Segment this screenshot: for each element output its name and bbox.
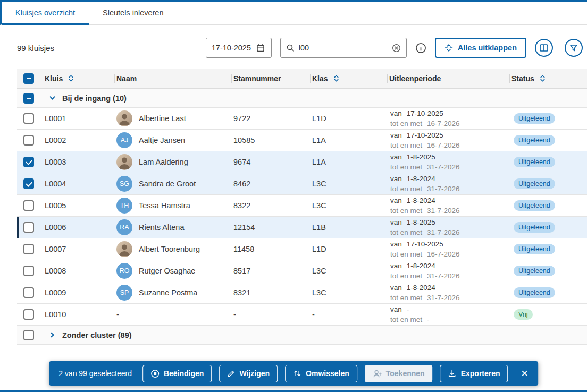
table-row[interactable]: L0008RORutger Osaghae8517L3Cvan1-8-2024t… <box>17 260 587 282</box>
exporteren-button[interactable]: Exporteren <box>440 365 508 382</box>
naam-text: - <box>116 310 119 319</box>
row-checkbox[interactable] <box>23 200 34 211</box>
toekennen-button[interactable]: Toekennen <box>365 365 433 382</box>
sort-icon[interactable] <box>333 74 339 82</box>
table-row[interactable]: L0006RARients Altena12154L1Bvan1-8-2025t… <box>17 217 587 238</box>
period-tot-value: 31-7-2026 <box>427 228 460 236</box>
cell-naam: Lam Aaldering <box>114 154 231 170</box>
group-row-bij-de-ingang-10-[interactable]: Bij de ingang (10) <box>17 89 587 108</box>
period-tot-label: tot en met <box>390 185 422 193</box>
header-cell-klas[interactable]: Klas <box>310 69 387 88</box>
lockers-table: Kluis Naam Stamnummer Klas Uitleenperiod… <box>17 69 587 345</box>
info-icon[interactable] <box>415 42 426 54</box>
naam-text: Sandra de Groot <box>139 180 196 188</box>
calendar-icon[interactable] <box>256 44 265 52</box>
table-row[interactable]: L0001Albertine Last9722L1Dvan17-10-2025t… <box>17 108 587 130</box>
table-row[interactable]: L0007Albert Toorenburg11458L1Dvan17-10-2… <box>17 238 587 260</box>
wijzigen-button[interactable]: Wijzigen <box>219 365 278 382</box>
header-label: Uitleenperiode <box>389 74 441 83</box>
cell-stamnummer: 8322 <box>231 201 310 210</box>
cell-kluis: L0009 <box>43 288 114 297</box>
sort-icon[interactable] <box>540 74 546 82</box>
period-van-value: 1-8-2024 <box>407 262 435 270</box>
header-cell-kluis[interactable]: Kluis <box>43 69 114 88</box>
header-cell-naam[interactable]: Naam <box>114 69 231 88</box>
search-field[interactable] <box>299 44 392 52</box>
button-label: Exporteren <box>461 369 500 378</box>
period-tot-label: tot en met <box>390 207 422 215</box>
period-van-label: van <box>390 240 402 248</box>
sort-icon[interactable] <box>68 74 74 82</box>
group-checkbox[interactable] <box>23 330 34 340</box>
cell-checkbox <box>17 200 43 211</box>
row-checkbox[interactable] <box>23 266 34 276</box>
button-label: Wijzigen <box>239 369 270 378</box>
period-tot-label: tot en met <box>390 141 422 149</box>
period-tot-value: 31-7-2026 <box>427 163 460 171</box>
naam-text: Rutger Osaghae <box>139 267 195 275</box>
group-row-zonder-cluster-89-[interactable]: Zonder cluster (89) <box>17 326 587 345</box>
table-row[interactable]: L0009SPSuzanne Postma8321L3Cvan1-8-2024t… <box>17 282 587 304</box>
search-input[interactable] <box>280 38 407 58</box>
header-cell-status[interactable]: Status <box>509 69 587 88</box>
download-icon <box>448 369 457 378</box>
row-checkbox[interactable] <box>23 309 34 320</box>
date-field[interactable] <box>212 44 256 52</box>
period-tot-value: 31-7-2026 <box>427 185 460 193</box>
table-row[interactable]: L0005THTessa Hamstra8322L3Cvan1-8-2024to… <box>17 195 587 217</box>
group-checkbox[interactable] <box>23 93 34 104</box>
expand-all-button[interactable]: Alles uitklappen <box>435 38 526 58</box>
cell-naam: THTessa Hamstra <box>114 198 231 214</box>
row-checkbox[interactable] <box>23 135 34 146</box>
clear-circle-icon[interactable] <box>392 44 401 53</box>
filter-button[interactable] <box>565 39 583 57</box>
app: { "colors": { "primary": "#0b64a8", "sel… <box>0 0 587 392</box>
row-checkbox[interactable] <box>23 287 34 298</box>
row-checkbox[interactable] <box>23 113 34 124</box>
row-checkbox[interactable] <box>23 222 34 233</box>
naam-text: Albertine Last <box>139 114 186 123</box>
row-checkbox[interactable] <box>23 157 34 167</box>
cell-kluis: L0001 <box>43 114 114 123</box>
period-van-value: 1-8-2024 <box>407 175 435 183</box>
header-label: Status <box>511 74 534 83</box>
period-tot-value: - <box>427 316 430 323</box>
chevron-right-icon[interactable] <box>49 331 56 338</box>
period-tot-label: tot en met <box>390 163 422 171</box>
select-all-checkbox[interactable] <box>23 73 34 84</box>
period-van-value: 1-8-2025 <box>407 218 435 226</box>
close-icon[interactable]: ✕ <box>521 369 529 378</box>
cell-naam: SPSuzanne Postma <box>114 285 231 301</box>
columns-button[interactable] <box>535 39 553 57</box>
cell-checkbox <box>17 157 43 167</box>
period-van-value: 1-8-2025 <box>407 153 435 161</box>
beeindigen-button[interactable]: Beëindigen <box>142 365 212 382</box>
naam-text: Suzanne Postma <box>139 288 197 297</box>
cell-klas: L3C <box>310 267 387 275</box>
cell-uitleenperiode: van1-8-2024tot en met31-7-2026 <box>387 195 509 216</box>
period-van-value: 17-10-2025 <box>407 240 443 248</box>
date-input[interactable] <box>206 38 272 58</box>
table-row[interactable]: L0004SGSandra de Groot8462L3Cvan1-8-2024… <box>17 173 587 195</box>
table-row[interactable]: L0003Lam Aaldering9674L1Avan1-8-2025tot … <box>17 151 587 173</box>
row-checkbox[interactable] <box>23 178 34 189</box>
period-van-value: 17-10-2025 <box>407 131 443 139</box>
status-badge: Uitgeleend <box>514 200 555 211</box>
status-badge: Uitgeleend <box>514 287 555 298</box>
period-tot-label: tot en met <box>390 250 422 258</box>
period-van-label: van <box>390 262 402 270</box>
cell-uitleenperiode: van1-8-2024tot en met31-7-2026 <box>387 283 509 303</box>
chevron-down-icon[interactable] <box>49 95 56 101</box>
header-cell-uitleenperiode[interactable]: Uitleenperiode <box>387 69 509 88</box>
omwisselen-button[interactable]: Omwisselen <box>285 365 357 382</box>
header-cell-stamnummer[interactable]: Stamnummer <box>231 69 310 88</box>
tab-sleutels-inleveren[interactable]: Sleutels inleveren <box>89 2 177 25</box>
period-tot-value: 31-7-2026 <box>427 294 460 302</box>
tab-kluisjes-overzicht[interactable]: Kluisjes overzicht <box>2 2 89 25</box>
row-checkbox[interactable] <box>23 244 34 254</box>
period-van-label: van <box>390 109 402 117</box>
table-row[interactable]: L0002AJAaltje Jansen10585L1Avan17-10-202… <box>17 130 587 151</box>
avatar-initials: RO <box>116 263 132 279</box>
cell-naam: Albertine Last <box>114 110 231 126</box>
table-row[interactable]: L0010---van-tot en met-Vrij <box>17 304 587 326</box>
